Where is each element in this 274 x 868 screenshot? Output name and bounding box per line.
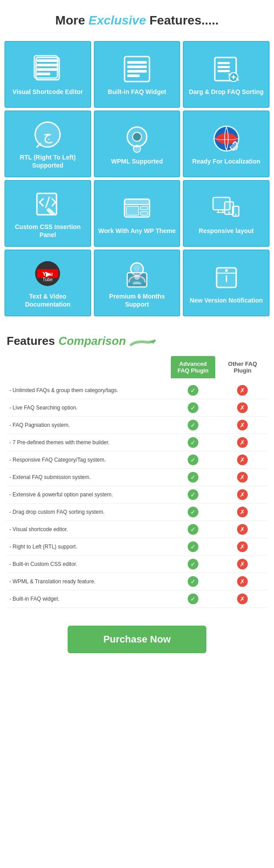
feature-visual-shortcode-label: Visual Shortcode Editor <box>12 88 83 96</box>
table-row: - Visual shortcode editor.✓✗ <box>7 521 267 538</box>
advanced-check: ✓ <box>168 469 218 486</box>
advanced-check: ✓ <box>168 590 218 608</box>
other-check: ✗ <box>218 504 267 521</box>
advanced-check: ✓ <box>168 451 218 469</box>
other-check: ✗ <box>218 590 267 608</box>
table-row: - Right to Left (RTL) support.✓✗ <box>7 538 267 556</box>
feature-drag-drop: Darg & Drop FAQ Sorting <box>183 41 270 108</box>
feature-visual-shortcode: Visual Shortcode Editor <box>4 41 91 108</box>
advanced-check: ✓ <box>168 521 218 538</box>
svg-point-51 <box>225 269 228 272</box>
other-check: ✗ <box>218 556 267 573</box>
comparison-title-highlight: Comparison <box>58 334 126 348</box>
other-check: ✗ <box>218 521 267 538</box>
page-header: More Exclusive Features..... <box>0 0 274 37</box>
svg-point-46 <box>133 265 141 272</box>
svg-rect-0 <box>37 59 58 62</box>
advanced-check: ✓ <box>168 382 218 399</box>
svg-text:Tube: Tube <box>43 277 53 282</box>
feature-wpml: WPML Supported <box>94 111 181 177</box>
paint-brush-icon <box>129 337 156 349</box>
rtl-icon: ج <box>33 120 62 149</box>
other-check: ✗ <box>218 417 267 434</box>
row-label: - Built-in FAQ widget. <box>7 590 168 608</box>
feature-youtube: You Tube Text & Video Documentation <box>4 250 91 316</box>
col-other-header: Other FAQ Plugin <box>218 352 267 382</box>
feature-localization: Ready For Localization <box>183 111 270 177</box>
other-check: ✗ <box>218 451 267 469</box>
other-check: ✗ <box>218 573 267 590</box>
svg-rect-1 <box>37 64 58 66</box>
feature-support: Premium 6 Months Support <box>94 250 181 316</box>
svg-rect-6 <box>125 57 149 82</box>
svg-point-37 <box>228 212 230 213</box>
feature-builtin-faq-label: Built-in FAQ Widget <box>108 88 166 96</box>
row-label: - Right to Left (RTL) support. <box>7 538 168 556</box>
table-row: - Built-in FAQ widget.✓✗ <box>7 590 267 608</box>
other-check: ✗ <box>218 486 267 504</box>
row-label: - Built-in Custom CSS editor. <box>7 556 168 573</box>
feature-custom-css-label: Custom CSS Insertion Panel <box>9 223 87 239</box>
purchase-section: Purchase Now <box>0 612 274 671</box>
table-row: - Built-in Custom CSS editor.✓✗ <box>7 556 267 573</box>
row-label: - Responsive FAQ Category/Tag system. <box>7 451 168 469</box>
features-grid: Visual Shortcode Editor Built-in FAQ Wid… <box>0 37 274 321</box>
svg-rect-29 <box>126 206 139 215</box>
row-label: - Visual shortcode editor. <box>7 521 168 538</box>
comparison-title: Features Comparison <box>7 334 267 348</box>
advanced-check: ✓ <box>168 504 218 521</box>
drag-drop-icon <box>212 55 241 83</box>
svg-text:ج: ج <box>43 127 52 143</box>
other-check: ✗ <box>218 469 267 486</box>
wp-theme-icon <box>123 194 151 222</box>
other-check: ✗ <box>218 538 267 556</box>
svg-rect-31 <box>141 212 148 215</box>
svg-rect-14 <box>218 66 230 68</box>
feature-custom-css: Custom CSS Insertion Panel <box>4 180 91 247</box>
advanced-faq-header: Advanced FAQ Plugin <box>171 356 215 378</box>
advanced-check: ✓ <box>168 417 218 434</box>
table-row: - 7 Pre-defined themes with theme builde… <box>7 434 267 451</box>
advanced-check: ✓ <box>168 556 218 573</box>
header-pre: More <box>55 13 89 27</box>
svg-point-48 <box>134 274 140 280</box>
col-label-header <box>7 352 168 382</box>
row-label: - Extensive & powerful option panel syst… <box>7 486 168 504</box>
feature-wp-theme-label: Work With Any WP Theme <box>98 227 176 235</box>
table-row: - Responsive FAQ Category/Tag system.✓✗ <box>7 451 267 469</box>
header-post: Features..... <box>146 13 218 27</box>
feature-notification: i New Version Notification <box>183 250 270 316</box>
svg-rect-3 <box>37 73 50 75</box>
row-label: - Unlimited FAQs & group them category/t… <box>7 382 168 399</box>
svg-rect-11 <box>125 57 149 82</box>
advanced-check: ✓ <box>168 573 218 590</box>
feature-rtl-label: RTL (Right To Left) Supported <box>9 153 87 169</box>
comparison-title-pre: Features <box>7 334 55 348</box>
feature-builtin-faq: Built-in FAQ Widget <box>94 41 181 108</box>
custom-css-icon <box>33 190 62 218</box>
responsive-icon <box>212 194 241 222</box>
table-row: - Live FAQ Searching option.✓✗ <box>7 399 267 417</box>
table-row: - Extenal FAQ submission system.✓✗ <box>7 469 267 486</box>
advanced-check: ✓ <box>168 399 218 417</box>
comparison-section: Features Comparison Advanced FAQ Plugin … <box>0 321 274 612</box>
wpml-icon <box>123 124 151 153</box>
youtube-icon: You Tube <box>33 259 62 288</box>
row-label: - FAQ Pagniation system. <box>7 417 168 434</box>
localization-icon <box>212 124 241 153</box>
feature-wpml-label: WPML Supported <box>111 157 163 165</box>
comparison-table: Advanced FAQ Plugin Other FAQ Plugin - U… <box>7 352 267 608</box>
feature-responsive: Responsive layout <box>183 180 270 247</box>
header-highlight: Exclusive <box>89 13 146 27</box>
feature-support-label: Premium 6 Months Support <box>98 292 176 308</box>
svg-rect-28 <box>125 199 149 205</box>
table-row: - FAQ Pagniation system.✓✗ <box>7 417 267 434</box>
svg-rect-15 <box>218 70 230 72</box>
feature-notification-label: New Version Notification <box>190 296 263 304</box>
table-row: - Drag drop custom FAQ sorting system.✓✗ <box>7 504 267 521</box>
support-icon <box>123 259 151 288</box>
svg-rect-9 <box>127 70 147 73</box>
purchase-button[interactable]: Purchase Now <box>68 626 206 653</box>
svg-point-20 <box>133 132 141 141</box>
advanced-check: ✓ <box>168 434 218 451</box>
